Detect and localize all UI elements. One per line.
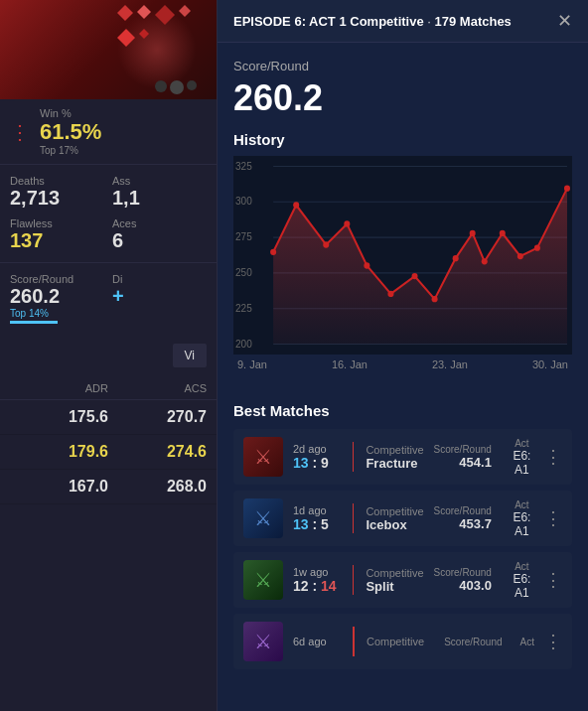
- match-meta-3: Competitive Split: [366, 567, 423, 594]
- table-row: 179.6 274.6: [0, 435, 217, 470]
- match-act-2: Act E6: A1: [510, 499, 534, 538]
- match-more-4[interactable]: ⋮: [544, 631, 562, 652]
- deaths-label: Deaths: [10, 175, 104, 187]
- acs-val-2: 274.6: [108, 443, 207, 461]
- best-matches-label: Best Matches: [233, 402, 572, 419]
- match-row: ⚔ 1d ago 13 : 5 Competitive Icebox Score…: [233, 491, 572, 546]
- match-time-score-2: 1d ago 13 : 5: [293, 504, 343, 532]
- aces-label: Aces: [112, 217, 207, 229]
- right-panel: EPISODE 6: ACT 1 Competitive · 179 Match…: [217, 0, 588, 711]
- svg-point-24: [482, 258, 488, 264]
- flawless-stat: Flawless 137: [10, 217, 104, 252]
- history-chart: 325 300 275 250 225 200: [233, 156, 572, 355]
- match-act-3: Act E6: A1: [510, 561, 534, 600]
- adr-val-1: 175.6: [10, 408, 108, 426]
- close-button[interactable]: ✕: [557, 10, 572, 32]
- match-score-3: 12 : 14: [293, 578, 343, 594]
- score-round-heading: Score/Round: [233, 59, 572, 73]
- svg-point-14: [270, 249, 276, 255]
- match-meta-4: Competitive: [367, 636, 434, 647]
- acs-val-3: 268.0: [108, 478, 207, 496]
- adr-header: ADR: [10, 382, 108, 394]
- match-type-1: Competitive: [366, 444, 423, 456]
- chart-svg: 325 300 275 250 225 200: [233, 156, 572, 355]
- table-row: 175.6 270.7: [0, 400, 217, 435]
- dots-icon[interactable]: ⋮: [10, 120, 30, 144]
- overlay-header: EPISODE 6: ACT 1 Competitive · 179 Match…: [218, 0, 588, 43]
- match-stat-3: Score/Round 403.0: [434, 567, 492, 593]
- match-more-2[interactable]: ⋮: [544, 507, 562, 529]
- win-value: 61.5%: [40, 119, 101, 145]
- match-time-1: 2d ago: [293, 443, 343, 455]
- flawless-value: 137: [10, 229, 104, 252]
- score-round-value: 260.2: [10, 285, 104, 308]
- acs-val-1: 270.7: [108, 408, 207, 426]
- match-time-2: 1d ago: [293, 504, 343, 516]
- win-label: Win %: [40, 107, 101, 119]
- match-time-score-4: 6d ago: [293, 636, 343, 647]
- score-round-section: Score/Round 260.2 History 325 300 275 25…: [218, 43, 588, 402]
- di-value: +: [112, 285, 207, 308]
- score-row: Score/Round 260.2 Top 14% Di +: [0, 263, 217, 334]
- svg-point-23: [470, 230, 476, 236]
- match-score-2: 13 : 5: [293, 516, 343, 532]
- match-stat-1: Score/Round 454.1: [434, 444, 492, 470]
- assists-stat: Ass 1,1: [112, 175, 207, 210]
- separator-4: [353, 627, 355, 656]
- match-avatar-1: ⚔: [243, 437, 283, 477]
- match-row: ⚔ 1w ago 12 : 14 Competitive Split Score…: [233, 552, 572, 608]
- hero-banner: [0, 0, 217, 99]
- deaths-value: 2,713: [10, 187, 104, 210]
- match-meta-2: Competitive Icebox: [366, 505, 423, 532]
- chart-x-labels: 9. Jan 16. Jan 23. Jan 30. Jan: [233, 358, 572, 370]
- score-bar: [10, 321, 58, 324]
- win-sub: Top 17%: [40, 145, 101, 156]
- svg-point-28: [564, 185, 570, 191]
- svg-point-22: [453, 255, 459, 261]
- view-button[interactable]: Vi: [173, 344, 207, 367]
- view-row: Vi: [0, 334, 217, 377]
- separator-1: [353, 442, 354, 472]
- history-label: History: [233, 131, 572, 148]
- x-label-3: 23. Jan: [432, 358, 468, 370]
- svg-point-17: [344, 220, 350, 226]
- svg-point-25: [500, 230, 506, 236]
- match-time-score-1: 2d ago 13 : 9: [293, 443, 343, 471]
- separator-3: [353, 565, 354, 595]
- match-score-1: 13 : 9: [293, 455, 343, 471]
- svg-point-15: [293, 202, 299, 208]
- left-panel: ⋮ Win % 61.5% Top 17% Deaths 2,713 Ass 1…: [0, 0, 217, 711]
- overlay-title: EPISODE 6: ACT 1 Competitive · 179 Match…: [233, 14, 512, 29]
- svg-point-26: [517, 253, 523, 259]
- svg-text:275: 275: [235, 231, 252, 242]
- svg-text:250: 250: [235, 267, 252, 278]
- match-stat-4: Score/Round: [444, 637, 502, 647]
- x-label-4: 30. Jan: [532, 358, 568, 370]
- match-avatar-3: ⚔: [243, 560, 283, 600]
- table-header: ADR ACS: [0, 377, 217, 400]
- stat-grid-top: Deaths 2,713 Ass 1,1 Flawless 137 Aces 6: [0, 165, 217, 263]
- match-meta-1: Competitive Fracture: [366, 444, 423, 471]
- svg-point-19: [387, 291, 393, 297]
- win-badge: Win % 61.5% Top 17%: [40, 107, 101, 156]
- x-label-1: 9. Jan: [237, 358, 267, 370]
- match-time-score-3: 1w ago 12 : 14: [293, 566, 343, 594]
- svg-point-18: [364, 262, 369, 268]
- match-row: ⚔ 6d ago Competitive Score/Round Act ⋮: [233, 614, 572, 669]
- best-matches-section: Best Matches ⚔ 2d ago 13 : 9 Competitive…: [218, 402, 588, 669]
- score-round-stat: Score/Round 260.2 Top 14%: [10, 273, 104, 324]
- match-stat-2: Score/Round 453.7: [434, 505, 492, 531]
- x-label-2: 16. Jan: [332, 358, 368, 370]
- match-more-1[interactable]: ⋮: [544, 446, 562, 468]
- di-stat: Di +: [112, 273, 207, 324]
- adr-val-2: 179.6: [10, 443, 108, 461]
- match-more-3[interactable]: ⋮: [544, 569, 562, 591]
- match-time-3: 1w ago: [293, 566, 343, 578]
- svg-point-27: [534, 244, 540, 250]
- assists-value: 1,1: [112, 187, 207, 210]
- acs-header: ACS: [108, 382, 207, 394]
- deaths-stat: Deaths 2,713: [10, 175, 104, 210]
- match-time-4: 6d ago: [293, 636, 343, 647]
- match-map-1: Fracture: [366, 456, 423, 471]
- match-type-3: Competitive: [366, 567, 423, 579]
